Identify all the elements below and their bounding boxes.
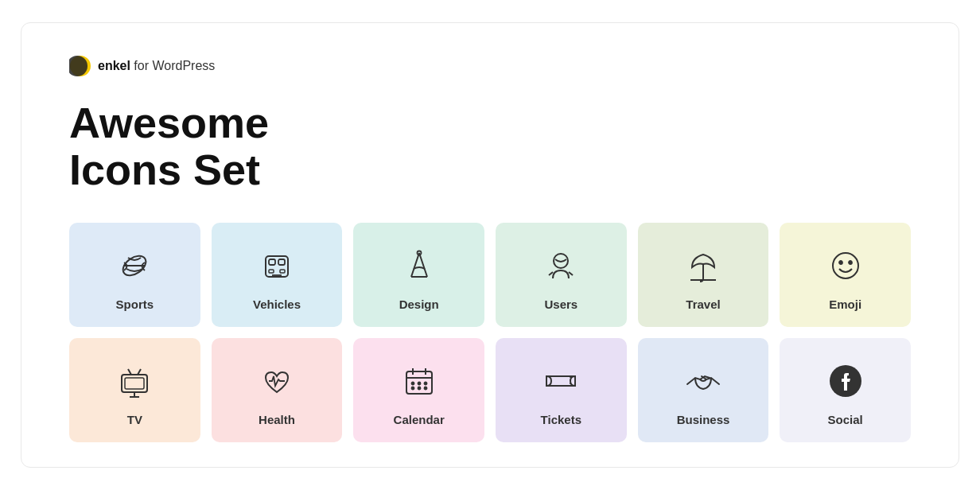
- svg-point-18: [839, 261, 842, 264]
- page-wrapper: enkel for WordPress Awesome Icons Set Sp…: [21, 22, 959, 468]
- handshake-icon: [682, 360, 724, 402]
- icon-card-facebook[interactable]: Social: [780, 338, 911, 442]
- svg-point-12: [554, 254, 568, 268]
- svg-point-19: [849, 261, 852, 264]
- logo-bar: enkel for WordPress: [69, 55, 911, 77]
- icon-card-sports[interactable]: Sports: [69, 223, 200, 327]
- icon-card-users[interactable]: Users: [496, 223, 627, 327]
- sports-label: Sports: [116, 298, 154, 311]
- icon-card-design[interactable]: Design: [353, 223, 484, 327]
- ticket-label: Tickets: [541, 413, 581, 426]
- emoji-label: Emoji: [829, 298, 861, 311]
- calendar-icon: [399, 360, 440, 402]
- svg-rect-8: [280, 270, 285, 273]
- svg-line-24: [128, 369, 131, 375]
- svg-point-17: [833, 253, 858, 278]
- svg-line-13: [549, 272, 553, 275]
- icon-card-health[interactable]: Health: [212, 338, 343, 442]
- facebook-icon: [825, 360, 866, 402]
- icon-card-emoji[interactable]: Emoji: [780, 223, 911, 327]
- icon-card-calendar[interactable]: Calendar: [353, 338, 484, 442]
- svg-line-14: [569, 272, 573, 275]
- icon-card-vehicles[interactable]: Vehicles: [212, 223, 343, 327]
- tv-icon: [114, 360, 155, 402]
- svg-rect-6: [278, 259, 285, 265]
- svg-point-34: [418, 387, 420, 389]
- travel-label: Travel: [686, 298, 720, 311]
- users-label: Users: [544, 298, 578, 311]
- svg-line-25: [138, 369, 141, 375]
- users-icon: [540, 245, 581, 286]
- facebook-label: Social: [828, 413, 863, 426]
- health-icon: [256, 360, 298, 402]
- health-label: Health: [259, 413, 295, 426]
- icon-card-travel[interactable]: Travel: [638, 223, 769, 327]
- svg-point-32: [424, 382, 426, 384]
- design-label: Design: [399, 298, 439, 311]
- sports-icon: [114, 245, 155, 286]
- emoji-icon: [825, 245, 866, 286]
- logo-text: enkel for WordPress: [98, 59, 215, 73]
- handshake-label: Business: [677, 413, 730, 426]
- icon-card-handshake[interactable]: Business: [638, 338, 769, 442]
- svg-point-35: [424, 387, 426, 389]
- icon-grid: Sports Vehicles: [69, 223, 911, 442]
- page-heading: Awesome Icons Set: [69, 99, 911, 194]
- calendar-label: Calendar: [394, 413, 445, 426]
- vehicles-label: Vehicles: [253, 298, 301, 311]
- svg-point-30: [411, 382, 414, 384]
- ticket-icon: [540, 360, 581, 402]
- svg-rect-5: [269, 259, 275, 265]
- svg-rect-7: [269, 270, 274, 273]
- icon-card-ticket[interactable]: Tickets: [496, 338, 627, 442]
- vehicles-icon: [256, 245, 298, 286]
- icon-card-tv[interactable]: TV: [69, 338, 200, 442]
- travel-icon: [682, 245, 724, 286]
- design-icon: [399, 245, 440, 286]
- tv-label: TV: [127, 413, 142, 426]
- svg-rect-21: [125, 378, 144, 389]
- svg-point-31: [418, 382, 420, 384]
- enkel-logo-icon: [69, 55, 91, 77]
- svg-point-33: [411, 387, 414, 389]
